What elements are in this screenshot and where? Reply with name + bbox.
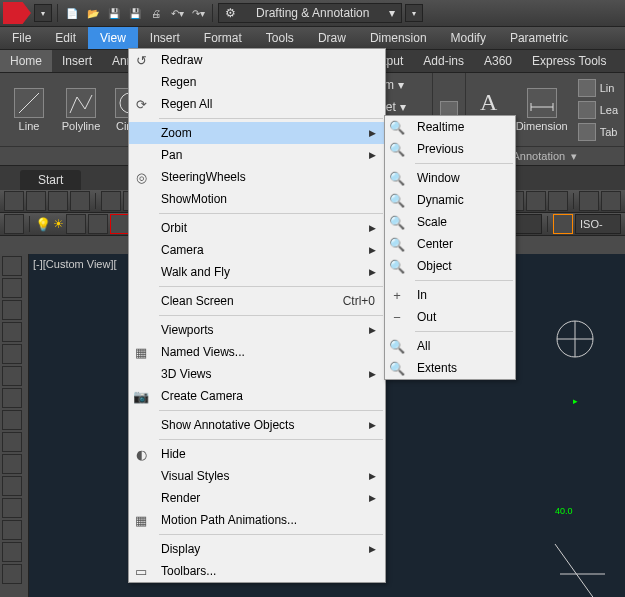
tool2-b[interactable] [66,214,86,234]
viewmenu-clean-screen[interactable]: Clean ScreenCtrl+0 [129,290,385,312]
vtool-11[interactable] [2,476,22,496]
ribbontab-add-ins[interactable]: Add-ins [413,50,474,72]
viewmenu-show-annotative-objects[interactable]: Show Annotative Objects▶ [129,414,385,436]
viewmenu-render[interactable]: Render▶ [129,487,385,509]
viewmenu-pan[interactable]: Pan▶ [129,144,385,166]
zoommenu-object[interactable]: 🔍Object [385,255,515,277]
saveas-icon[interactable]: 💾 [126,4,144,22]
menu-edit[interactable]: Edit [43,27,88,49]
vtool-10[interactable] [2,454,22,474]
undo-icon[interactable]: ↶▾ [168,4,186,22]
vtool-6[interactable] [2,366,22,386]
tool-g[interactable] [526,191,546,211]
tool-new[interactable] [4,191,24,211]
viewmenu-toolbars-[interactable]: ▭Toolbars... [129,560,385,582]
menu-dimension[interactable]: Dimension [358,27,439,49]
tool2-a[interactable] [4,214,24,234]
menu-parametric[interactable]: Parametric [498,27,580,49]
polyline-button[interactable]: Polyline [58,88,104,132]
vtool-5[interactable] [2,344,22,364]
zoommenu-realtime[interactable]: 🔍Realtime [385,116,515,138]
new-icon[interactable]: 📄 [63,4,81,22]
menu-file[interactable]: File [0,27,43,49]
viewmenu-orbit[interactable]: Orbit▶ [129,217,385,239]
table-button[interactable]: Tab [578,122,618,142]
menu-draw[interactable]: Draw [306,27,358,49]
viewmenu-camera[interactable]: Camera▶ [129,239,385,261]
vtool-15[interactable] [2,564,22,584]
vtool-13[interactable] [2,520,22,540]
app-menu-dropdown[interactable]: ▾ [34,4,52,22]
vtool-4[interactable] [2,322,22,342]
viewmenu-redraw[interactable]: ↺Redraw [129,49,385,71]
zoommenu-extents[interactable]: 🔍Extents [385,357,515,379]
save-icon[interactable]: 💾 [105,4,123,22]
tool2-c[interactable] [88,214,108,234]
menu-format[interactable]: Format [192,27,254,49]
vtool-1[interactable] [2,256,22,276]
plot-icon[interactable]: 🖨 [147,4,165,22]
line-button[interactable]: Line [6,88,52,132]
viewmenu-showmotion[interactable]: ShowMotion [129,188,385,210]
iso-combo[interactable]: ISO- [575,214,621,234]
tool-save[interactable] [48,191,68,211]
vtool-3[interactable] [2,300,22,320]
vtool-8[interactable] [2,410,22,430]
view-label[interactable]: [-][Custom View][ [33,258,117,270]
zoommenu-dynamic[interactable]: 🔍Dynamic [385,189,515,211]
vtool-12[interactable] [2,498,22,518]
menu-view[interactable]: View [88,27,138,49]
ribbontab-a360[interactable]: A360 [474,50,522,72]
viewmenu-walk-and-fly[interactable]: Walk and Fly▶ [129,261,385,283]
chevron-down-icon[interactable]: ▾ [571,150,577,163]
vtool-7[interactable] [2,388,22,408]
tool-i[interactable] [579,191,599,211]
viewmenu-create-camera[interactable]: 📷Create Camera [129,385,385,407]
zoommenu-scale[interactable]: 🔍Scale [385,211,515,233]
menu-tools[interactable]: Tools [254,27,306,49]
menu-insert[interactable]: Insert [138,27,192,49]
vtool-2[interactable] [2,278,22,298]
zoommenu-in[interactable]: +In [385,284,515,306]
tool-print[interactable] [70,191,90,211]
dimension-button[interactable]: Dimension [512,88,572,132]
viewmenu-viewports[interactable]: Viewports▶ [129,319,385,341]
zoommenu-all[interactable]: 🔍All [385,335,515,357]
ribbontab-express-tools[interactable]: Express Tools [522,50,616,72]
viewmenu-hide[interactable]: ◐Hide [129,443,385,465]
layer-swatch[interactable] [110,214,130,234]
redo-icon[interactable]: ↷▾ [189,4,207,22]
doctab-start[interactable]: Start [20,170,81,190]
zoommenu-window[interactable]: 🔍Window [385,167,515,189]
viewmenu-regen-all[interactable]: ⟳Regen All [129,93,385,115]
tool-cut[interactable] [101,191,121,211]
menu-modify[interactable]: Modify [439,27,498,49]
app-logo[interactable] [3,2,31,24]
viewmenu-visual-styles[interactable]: Visual Styles▶ [129,465,385,487]
tool-j[interactable] [601,191,621,211]
linear-button[interactable]: Lin [578,78,618,98]
viewmenu-3d-views[interactable]: 3D Views▶ [129,363,385,385]
qat-more-dropdown[interactable]: ▾ [405,4,423,22]
tool-open[interactable] [26,191,46,211]
ribbontab-home[interactable]: Home [0,50,52,72]
zoommenu-previous[interactable]: 🔍Previous [385,138,515,160]
viewmenu-regen[interactable]: Regen [129,71,385,93]
viewmenu-zoom[interactable]: Zoom▶ [129,122,385,144]
ribbontab-insert[interactable]: Insert [52,50,102,72]
vtool-14[interactable] [2,542,22,562]
viewmenu-display[interactable]: Display▶ [129,538,385,560]
sun-icon[interactable]: ☀ [53,217,64,231]
viewmenu-steeringwheels[interactable]: ◎SteeringWheels [129,166,385,188]
lightbulb-icon[interactable]: 💡 [35,217,51,232]
workspace-selector[interactable]: ⚙Drafting & Annotation▾ [218,3,402,23]
viewmenu-motion-path-animations-[interactable]: ▦Motion Path Animations... [129,509,385,531]
open-icon[interactable]: 📂 [84,4,102,22]
vtool-9[interactable] [2,432,22,452]
tool-h[interactable] [548,191,568,211]
leader-button[interactable]: Lea [578,100,618,120]
viewmenu-named-views-[interactable]: ▦Named Views... [129,341,385,363]
tool2-d[interactable] [553,214,573,234]
zoommenu-out[interactable]: −Out [385,306,515,328]
zoommenu-center[interactable]: 🔍Center [385,233,515,255]
